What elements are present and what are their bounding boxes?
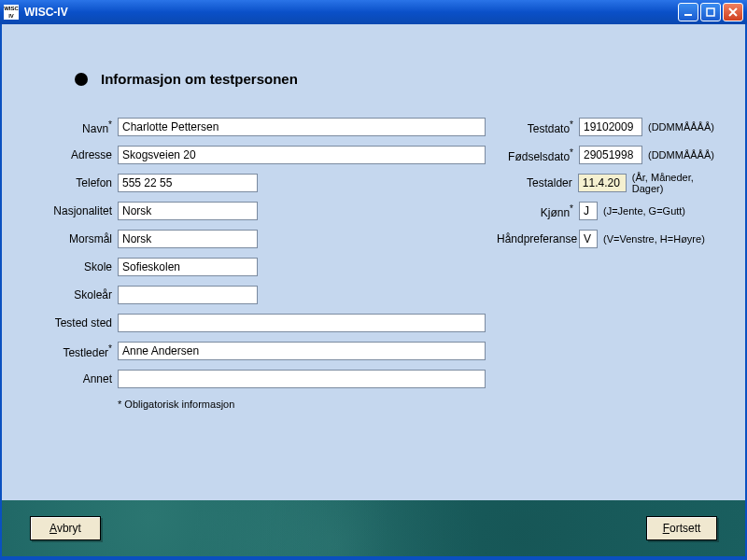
- input-tested-sted[interactable]: [118, 314, 486, 332]
- title-bar: WISC IV WISC-IV: [0, 0, 747, 24]
- label-skole: Skole: [21, 260, 118, 273]
- input-navn[interactable]: [118, 118, 486, 136]
- input-nasjonalitet[interactable]: [118, 202, 258, 220]
- input-annet[interactable]: [118, 370, 486, 388]
- client-area: Informasjon om testpersonen Navn* Adress…: [2, 24, 745, 556]
- left-column: Navn* Adresse Telefon Nasjonalitet Morsm: [21, 113, 497, 410]
- svg-rect-0: [684, 14, 692, 16]
- section-title: Informasjon om testpersonen: [101, 71, 298, 87]
- bullet-icon: [75, 73, 88, 86]
- label-kjonn: Kjønn*: [497, 203, 579, 219]
- label-testdato: Testdato*: [497, 119, 579, 135]
- label-testleder: Testleder*: [21, 343, 118, 359]
- section-header: Informasjon om testpersonen: [75, 71, 726, 87]
- input-skolear[interactable]: [118, 286, 258, 304]
- input-telefon[interactable]: [118, 174, 258, 192]
- hint-handpreferanse: (V=Venstre, H=Høyre): [603, 233, 705, 245]
- label-handpreferanse: Håndpreferanse: [497, 232, 579, 245]
- footer-bar: Avbryt Fortsett: [2, 500, 745, 556]
- window-title: WISC-IV: [24, 6, 678, 19]
- input-testleder[interactable]: [118, 342, 486, 360]
- label-navn: Navn*: [21, 119, 118, 135]
- label-morsmal: Morsmål: [21, 232, 118, 245]
- label-nasjonalitet: Nasjonalitet: [21, 204, 118, 217]
- close-button[interactable]: [723, 3, 743, 21]
- input-skole[interactable]: [118, 258, 258, 276]
- input-handpreferanse[interactable]: [579, 230, 598, 248]
- label-telefon: Telefon: [21, 176, 118, 189]
- input-kjonn[interactable]: [579, 202, 598, 220]
- input-adresse[interactable]: [118, 146, 486, 164]
- window-controls: [678, 3, 743, 21]
- hint-kjonn: (J=Jente, G=Gutt): [603, 205, 685, 217]
- input-testdato[interactable]: [579, 118, 642, 136]
- form-content: Informasjon om testpersonen Navn* Adress…: [2, 24, 745, 500]
- label-adresse: Adresse: [21, 148, 118, 161]
- right-column: Testdato* (DDMMÅÅÅÅ) Fødselsdato* (DDMMÅ…: [497, 113, 726, 410]
- label-annet: Annet: [21, 372, 118, 385]
- maximize-icon: [705, 7, 716, 18]
- label-testalder: Testalder: [497, 176, 578, 189]
- input-fodselsdato[interactable]: [579, 146, 642, 164]
- app-icon: WISC IV: [4, 5, 19, 20]
- close-icon: [727, 7, 739, 18]
- hint-testalder: (År, Måneder, Dager): [632, 172, 726, 194]
- minimize-button[interactable]: [678, 3, 698, 21]
- maximize-button[interactable]: [700, 3, 721, 21]
- svg-rect-1: [707, 8, 714, 16]
- obligatory-note: * Obligatorisk informasjon: [118, 399, 497, 410]
- cancel-button[interactable]: Avbryt: [30, 516, 101, 540]
- label-fodselsdato: Fødselsdato*: [497, 147, 579, 163]
- input-morsmal[interactable]: [118, 230, 258, 248]
- label-tested-sted: Tested sted: [21, 316, 118, 329]
- hint-testdato: (DDMMÅÅÅÅ): [648, 121, 714, 133]
- input-testalder: [578, 174, 627, 192]
- minimize-icon: [683, 7, 694, 18]
- label-skolear: Skoleår: [21, 288, 118, 301]
- continue-button[interactable]: Fortsett: [646, 516, 717, 540]
- hint-fodselsdato: (DDMMÅÅÅÅ): [648, 149, 714, 161]
